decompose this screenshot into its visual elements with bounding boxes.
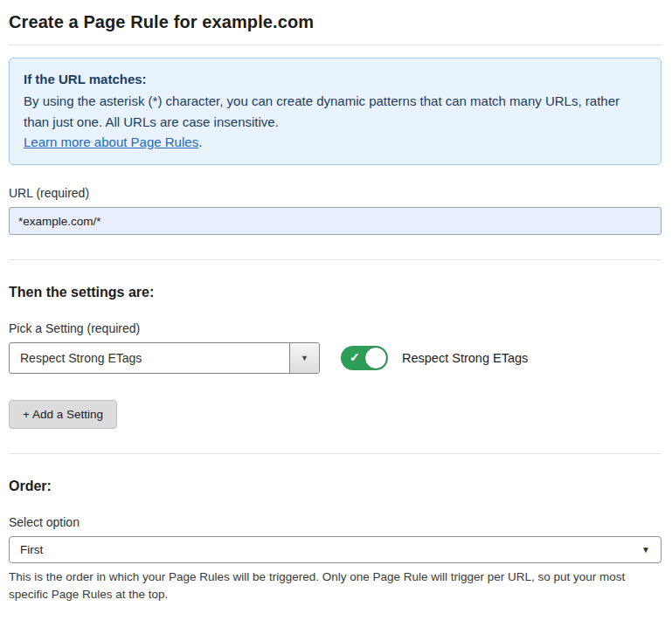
- divider: [9, 453, 662, 454]
- setting-select-value: Respect Strong ETags: [10, 351, 142, 365]
- divider: [9, 259, 662, 260]
- toggle-label: Respect Strong ETags: [402, 351, 528, 365]
- url-input[interactable]: [9, 207, 662, 235]
- order-help-text: This is the order in which your Page Rul…: [9, 568, 662, 604]
- check-icon: ✓: [350, 350, 360, 365]
- url-match-info-box: If the URL matches: By using the asteris…: [9, 58, 662, 165]
- settings-heading: Then the settings are:: [9, 285, 662, 300]
- info-box-body: By using the asterisk (*) character, you…: [24, 91, 647, 132]
- chevron-down-icon: ▼: [641, 545, 650, 555]
- link-period: .: [198, 134, 202, 149]
- add-setting-button[interactable]: + Add a Setting: [9, 400, 117, 429]
- order-heading: Order:: [9, 479, 662, 494]
- info-box-heading: If the URL matches:: [24, 69, 647, 89]
- page-title: Create a Page Rule for example.com: [9, 9, 662, 45]
- toggle-knob: [364, 347, 387, 369]
- chevron-down-icon: ▼: [301, 354, 308, 362]
- setting-row: Respect Strong ETags ▼ ✓ Respect Strong …: [9, 342, 662, 374]
- order-select-label: Select option: [9, 515, 662, 529]
- setting-select-dropdown-button[interactable]: ▼: [289, 343, 319, 373]
- page-rule-form: Create a Page Rule for example.com If th…: [0, 0, 672, 627]
- url-label: URL (required): [9, 186, 662, 200]
- info-box-link-line: Learn more about Page Rules.: [24, 132, 647, 152]
- setting-select[interactable]: Respect Strong ETags ▼: [9, 342, 320, 374]
- learn-more-link[interactable]: Learn more about Page Rules: [24, 134, 198, 149]
- etags-toggle[interactable]: ✓: [341, 346, 388, 370]
- pick-setting-label: Pick a Setting (required): [9, 321, 662, 335]
- order-select-value: First: [20, 543, 43, 556]
- divider: [9, 45, 662, 45]
- order-select[interactable]: First ▼: [9, 536, 662, 563]
